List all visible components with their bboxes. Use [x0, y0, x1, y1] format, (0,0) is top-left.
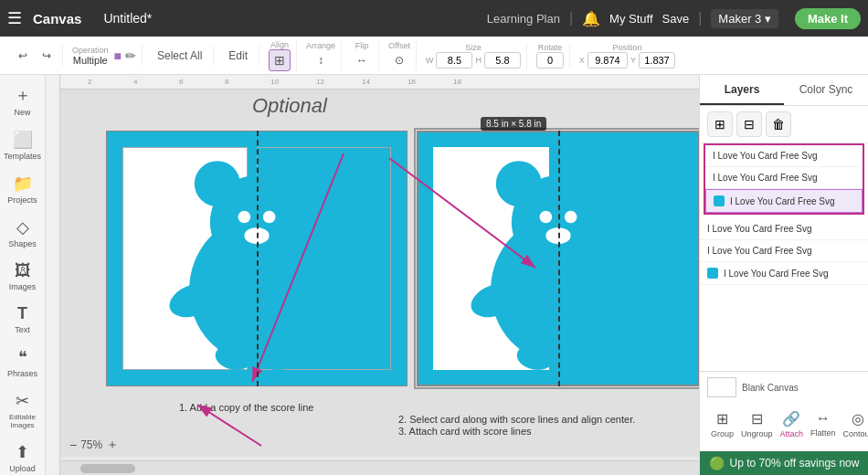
edit-label: Edit [228, 49, 248, 62]
blank-canvas-row: Blank Canvas [707, 377, 861, 397]
layer-item-2[interactable]: I Love You Card Free Svg [705, 167, 863, 189]
layer-item-4[interactable]: I Love You Card Free Svg [700, 218, 868, 240]
toolbar-rotate: Rotate [531, 43, 570, 69]
make-it-button[interactable]: Make It [795, 8, 861, 29]
ruler-top: 2 4 6 8 10 12 14 16 18 [60, 75, 699, 90]
editable-images-label: Editable Images [5, 413, 40, 429]
sidebar-item-upload[interactable]: ⬆ Upload [2, 437, 44, 475]
layer-item-5[interactable]: I Love You Card Free Svg [700, 240, 868, 262]
size-w-input[interactable] [436, 52, 472, 69]
select-all-button[interactable]: Select All [152, 46, 207, 66]
svg-point-20 [565, 211, 577, 224]
arrange-button[interactable]: ↕ [312, 50, 329, 70]
main-area: ＋ New ⬜ Templates 📁 Projects ◇ Shapes 🖼 … [0, 75, 868, 475]
layer-name-3: I Love You Card Free Svg [730, 196, 854, 206]
redo-button[interactable]: ↪ [37, 46, 57, 66]
promo-bar[interactable]: 🟢 Up to 70% off savings now [700, 451, 868, 475]
ungroup-label: Ungroup [741, 429, 773, 438]
flip-field: Flip ↔ [351, 41, 373, 70]
operation-label: Operation [72, 46, 109, 55]
annotation-1: 1. Add a copy of the score line [179, 402, 313, 413]
offset-button[interactable]: ⊙ [389, 50, 409, 70]
operation-field: Operation Multiple [72, 46, 109, 66]
card-group-right [417, 131, 699, 386]
images-icon: 🖼 [15, 261, 31, 280]
align-button[interactable]: ⊞ [269, 49, 291, 71]
edit-style-icon: ✏ [125, 48, 136, 63]
pos-x-input[interactable] [587, 52, 628, 69]
rotate-label: Rotate [538, 43, 563, 52]
toolbar-operation: Operation Multiple ■ ✏ [67, 46, 143, 66]
size-h-input[interactable] [484, 52, 521, 69]
tab-layers-label: Layers [725, 83, 760, 96]
save-button[interactable]: Save [662, 12, 690, 26]
sidebar-item-phrases[interactable]: ❝ Phrases [2, 342, 44, 384]
contour-label: Contour [843, 429, 868, 438]
promo-icon: 🟢 [709, 456, 725, 470]
sidebar-item-projects[interactable]: 📁 Projects [2, 168, 44, 210]
action-group-button[interactable]: ⊞ Group [707, 406, 737, 442]
operation-value[interactable]: Multiple [73, 55, 108, 66]
panel-group-button[interactable]: ⊞ [707, 111, 733, 137]
layers-list: I Love You Card Free Svg I Love You Card… [700, 218, 868, 371]
hamburger-icon[interactable]: ☰ [7, 8, 22, 28]
group-icon: ⊞ [716, 410, 728, 428]
size-label: Size [465, 43, 482, 52]
app-name: Canvas [33, 11, 81, 26]
toolbar-position: Position X Y [574, 43, 681, 69]
svg-point-3 [273, 161, 319, 206]
svg-point-2 [195, 161, 240, 206]
canvas-workspace[interactable]: Optional [60, 90, 699, 457]
card-group-left [106, 131, 408, 386]
layer-name-4: I Love You Card Free Svg [707, 224, 861, 234]
tab-color-sync-label: Color Sync [799, 83, 853, 96]
projects-label: Projects [7, 195, 37, 205]
color-swatch-icon: ■ [114, 48, 122, 63]
svg-point-19 [540, 211, 553, 224]
h-scrollbar-thumb[interactable] [80, 464, 135, 473]
action-contour-button[interactable]: ◎ Contour [840, 406, 868, 442]
zoom-out-button[interactable]: − [69, 438, 77, 452]
pos-y-input[interactable] [639, 52, 675, 69]
annotation-3: 3. Attach card with score lines [398, 426, 532, 437]
blank-canvas-box [707, 377, 736, 397]
sidebar-item-editable-images[interactable]: ✂ Editable Images [2, 385, 44, 435]
layer-item-1[interactable]: I Love You Card Free Svg [705, 145, 863, 167]
phrases-icon: ❝ [18, 347, 27, 367]
tab-color-sync[interactable]: Color Sync [784, 75, 868, 105]
panel-delete-button[interactable]: 🗑 [766, 111, 791, 137]
machine-selector[interactable]: Maker 3 ▾ [711, 9, 778, 28]
panel-tabs: Layers Color Sync [700, 75, 868, 106]
sidebar-item-shapes[interactable]: ◇ Shapes [2, 212, 44, 254]
bell-icon[interactable]: 🔔 [582, 10, 600, 27]
align-field: Align ⊞ [269, 40, 291, 71]
toolbar-undo-redo: ↩ ↪ [7, 46, 63, 66]
rotate-input[interactable] [536, 52, 564, 69]
zoom-in-button[interactable]: ＋ [106, 437, 119, 453]
sidebar-item-images[interactable]: 🖼 Images [2, 256, 44, 297]
panel-duplicate-button[interactable]: ⊟ [736, 111, 762, 137]
images-label: Images [9, 282, 37, 291]
undo-button[interactable]: ↩ [13, 46, 33, 66]
layer-item-3[interactable]: I Love You Card Free Svg [705, 189, 863, 213]
h-scrollbar[interactable] [60, 460, 699, 475]
sidebar-item-templates[interactable]: ⬜ Templates [2, 124, 44, 166]
svg-point-13 [496, 161, 542, 206]
edit-button[interactable]: Edit [223, 46, 253, 66]
layer-color-6 [707, 268, 718, 279]
sidebar-item-text[interactable]: T Text [2, 299, 44, 340]
text-icon: T [17, 304, 27, 323]
doc-title: Untitled* [103, 11, 152, 26]
tab-layers[interactable]: Layers [700, 75, 784, 105]
layer-item-6[interactable]: I Love You Card Free Svg [700, 262, 868, 285]
canvas-area[interactable]: 2 4 6 8 10 12 14 16 18 Optional [46, 75, 699, 475]
toolbar-arrange: Arrange ↕ [301, 41, 342, 70]
sidebar-item-new[interactable]: ＋ New [2, 79, 44, 122]
svg-point-14 [575, 161, 620, 206]
sidebar: ＋ New ⬜ Templates 📁 Projects ◇ Shapes 🖼 … [0, 75, 46, 475]
action-flatten-button[interactable]: ↔ Flatten [807, 406, 840, 442]
mystuff-button[interactable]: My Stuff [609, 12, 652, 26]
action-ungroup-button[interactable]: ⊟ Ungroup [737, 406, 777, 442]
flip-button[interactable]: ↔ [351, 50, 373, 70]
action-attach-button[interactable]: 🔗 Attach [777, 406, 808, 442]
